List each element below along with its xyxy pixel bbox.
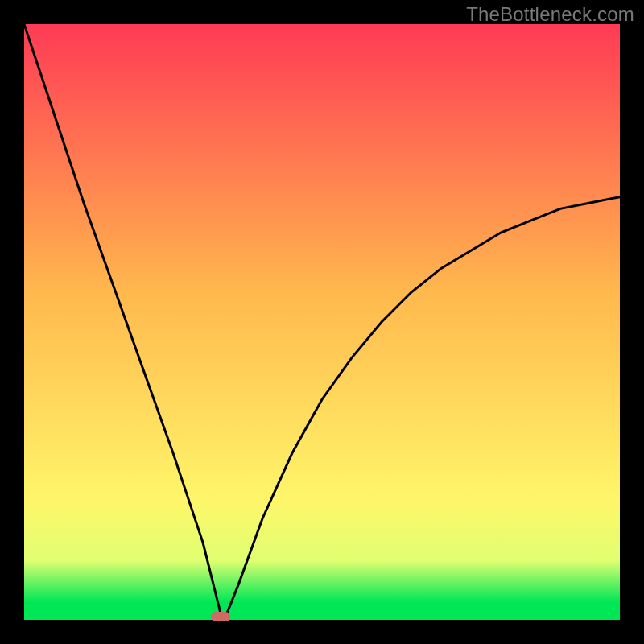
curve-path <box>24 24 620 614</box>
watermark-text: TheBottleneck.com <box>466 3 634 26</box>
chart-plot-area <box>24 24 620 620</box>
minimum-marker <box>211 612 230 621</box>
bottleneck-curve <box>24 24 620 620</box>
